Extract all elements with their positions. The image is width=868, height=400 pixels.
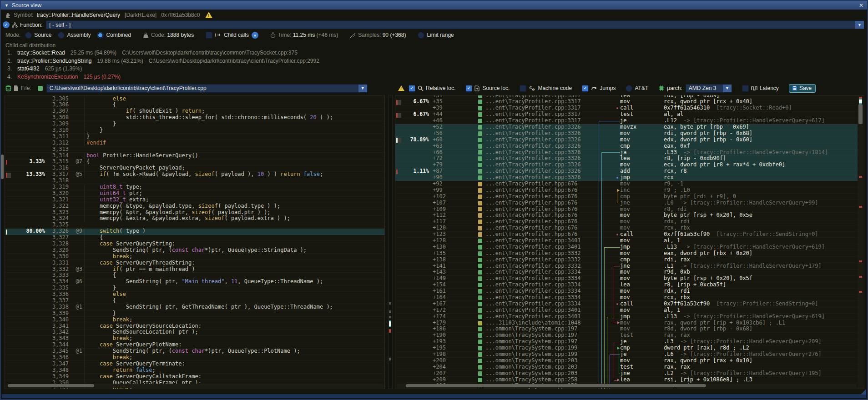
- asm-offset[interactable]: +120: [429, 225, 452, 231]
- asm-mnemonic[interactable]: jmp: [620, 175, 664, 181]
- line-number[interactable]: 3,325: [45, 222, 69, 228]
- jump-target[interactable]: -> [tracy::Profiler::HandleServerQuery+9…: [680, 200, 818, 206]
- line-number[interactable]: 3,319: [45, 184, 69, 190]
- asm-offset[interactable]: +135: [429, 250, 452, 257]
- source-loc-label[interactable]: Source loc.: [482, 85, 510, 91]
- line-number[interactable]: 3,343: [45, 335, 69, 342]
- asm-row[interactable]: +195...ommon\TracySystem.cpp:199cmpdword…: [395, 345, 858, 352]
- jump-target[interactable]: [tracy::Profiler::SendString+0]: [717, 231, 818, 237]
- mode-option-source[interactable]: Source: [34, 32, 51, 38]
- asm-source-location[interactable]: ...ent\TracyProfiler.cpp:3332: [485, 263, 597, 270]
- asm-mnemonic[interactable]: cmp: [620, 143, 664, 150]
- jump-target[interactable]: -> [tracy::Profiler::HandleServerQuery+2…: [680, 351, 822, 357]
- jump-target[interactable]: -> [tracy::Profiler::HandleServerQuery+6…: [683, 314, 825, 320]
- asm-row[interactable]: +138...ent\TracyProfiler.cpp:3332cmprdi,…: [395, 257, 858, 263]
- asm-mnemonic[interactable]: jne: [620, 370, 664, 377]
- asm-offset[interactable]: +200: [429, 358, 452, 364]
- asm-offset[interactable]: +154: [429, 282, 452, 288]
- file-icon[interactable]: [14, 85, 19, 91]
- asm-source-location[interactable]: ...ent\TracyProfiler.cpp:3317: [485, 118, 597, 124]
- jump-target[interactable]: -> [tracy::Profiler::HandleServerQuery+1…: [680, 263, 822, 269]
- title-bar[interactable]: ▼ Source view ✕: [1, 1, 867, 10]
- mode-option-combined[interactable]: Combined: [106, 32, 131, 38]
- asm-mnemonic[interactable]: ja: [620, 150, 664, 156]
- source-line-row[interactable]: 3,349 case ServerQueryCallstackFrame:: [5, 374, 384, 380]
- asm-source-location[interactable]: ...ent\TracyProfiler.cpp:3401: [485, 307, 597, 314]
- asm-mnemonic[interactable]: lea: [620, 282, 664, 288]
- source-line-row[interactable]: 3,313: [5, 146, 384, 153]
- asm-offset[interactable]: +209: [429, 377, 452, 383]
- asm-source-location[interactable]: ...ent\TracyProfiler.cpp:3334: [485, 295, 597, 301]
- line-number[interactable]: 3,344: [45, 342, 69, 348]
- asm-offset[interactable]: +186: [429, 326, 452, 332]
- asm-source-location[interactable]: ...ent\TracyProfiler.cpp:3332: [485, 257, 597, 263]
- radio-combined[interactable]: [97, 32, 104, 39]
- asm-offset[interactable]: +90: [429, 175, 452, 181]
- line-number[interactable]: 3,336: [45, 291, 69, 298]
- asm-offset[interactable]: +172: [429, 307, 452, 314]
- line-number[interactable]: 3,306: [45, 102, 69, 108]
- asm-mnemonic[interactable]: inc: [620, 187, 664, 194]
- jumps-label[interactable]: Jumps: [600, 85, 616, 91]
- asm-source-location[interactable]: ...ent\TracyProfiler.hpp:676: [485, 200, 597, 206]
- line-number[interactable]: 3,338: [45, 304, 69, 310]
- asm-source-location[interactable]: ...ent\TracyProfiler.cpp:3317: [485, 99, 597, 105]
- asm-source-location[interactable]: ...ent\TracyProfiler.cpp:3332: [485, 250, 597, 257]
- asm-source-location[interactable]: ...ent\TracyProfiler.cpp:3326: [485, 162, 597, 168]
- asm-mnemonic[interactable]: jmp: [620, 244, 664, 250]
- asm-source-location[interactable]: ...ent\TracyProfiler.cpp:3326: [485, 137, 597, 143]
- line-number[interactable]: 3,337: [45, 298, 69, 304]
- asm-offset[interactable]: +44: [429, 111, 452, 118]
- save-button[interactable]: Save: [789, 84, 816, 93]
- radio-source[interactable]: [25, 32, 32, 39]
- asm-offset[interactable]: +161: [429, 288, 452, 295]
- asm-source-location[interactable]: ...ommon\TracySystem.cpp:199: [485, 345, 597, 351]
- asm-mnemonic[interactable]: mov: [620, 181, 664, 187]
- asm-mnemonic[interactable]: cmp: [620, 257, 664, 263]
- asm-mnemonic[interactable]: test: [620, 364, 664, 370]
- asm-mnemonic[interactable]: mov: [620, 130, 664, 137]
- asm-source-location[interactable]: ...ent\TracyProfiler.cpp:3401: [485, 244, 597, 250]
- asm-mnemonic[interactable]: mov: [620, 320, 664, 326]
- asm-source-location[interactable]: ...ent\TracyProfiler.cpp:3317: [485, 111, 597, 118]
- asm-source-location[interactable]: ...ent\TracyProfiler.cpp:3401: [485, 238, 597, 244]
- asm-mnemonic[interactable]: mov: [620, 238, 664, 244]
- line-number[interactable]: 3,332: [45, 266, 69, 273]
- collapse-caret-icon[interactable]: ▼: [5, 3, 9, 8]
- line-number[interactable]: 3,331: [45, 260, 69, 266]
- asm-offset[interactable]: +128: [429, 238, 452, 244]
- att-checkbox[interactable]: [626, 85, 632, 92]
- asm-mnemonic[interactable]: movzx: [620, 124, 664, 130]
- asm-source-location[interactable]: ...ent\TracyProfiler.hpp:676: [485, 181, 597, 187]
- asm-offset[interactable]: +195: [429, 345, 452, 351]
- line-number[interactable]: 3,346: [45, 355, 69, 361]
- asm-offset[interactable]: +193: [429, 339, 452, 345]
- asm-offset[interactable]: +164: [429, 295, 452, 301]
- asm-offset[interactable]: +87: [429, 168, 452, 175]
- asm-row[interactable]: +207...ommon\TracySystem.cpp:203jne.L2 -…: [395, 370, 858, 377]
- asm-source-location[interactable]: ...ent\TracyProfiler.cpp:3326: [485, 150, 597, 156]
- asm-source-location[interactable]: ...ommon\TracySystem.cpp:197: [485, 326, 597, 332]
- line-number[interactable]: 3,340: [45, 317, 69, 323]
- entry-name[interactable]: tracy::Socket::Read: [17, 50, 65, 56]
- source-hscrollbar[interactable]: [6, 384, 383, 388]
- resize-grip[interactable]: [861, 389, 866, 395]
- child-calls-checkbox[interactable]: [206, 32, 212, 39]
- asm-source-location[interactable]: ...ommon\TracySystem.cpp:203: [485, 364, 597, 370]
- asm-mnemonic[interactable]: je: [620, 118, 664, 124]
- asm-offset[interactable]: +102: [429, 194, 452, 200]
- caret-up-button[interactable]: ▲: [252, 32, 258, 39]
- child-call-entry[interactable]: 2.tracy::Profiler::SendLongString19.88 m…: [7, 58, 319, 64]
- asm-mnemonic[interactable]: lea: [620, 377, 664, 383]
- asm-vscrollbar[interactable]: [858, 96, 863, 388]
- asm-hscrollbar[interactable]: [397, 384, 857, 388]
- line-number[interactable]: 3,347: [45, 361, 69, 367]
- asm-source-location[interactable]: ....31103\include\atomic:1048: [485, 320, 597, 326]
- entry-name[interactable]: stat64i32: [17, 65, 40, 72]
- asm-mnemonic[interactable]: call: [620, 301, 664, 307]
- window-left-scrollbar[interactable]: [1, 155, 4, 179]
- line-number[interactable]: 3,348: [45, 367, 69, 374]
- line-number[interactable]: 3,312: [45, 140, 69, 146]
- line-number[interactable]: 3,342: [45, 329, 69, 335]
- asm-source-location[interactable]: ...ent\TracyProfiler.cpp:3326: [485, 130, 597, 137]
